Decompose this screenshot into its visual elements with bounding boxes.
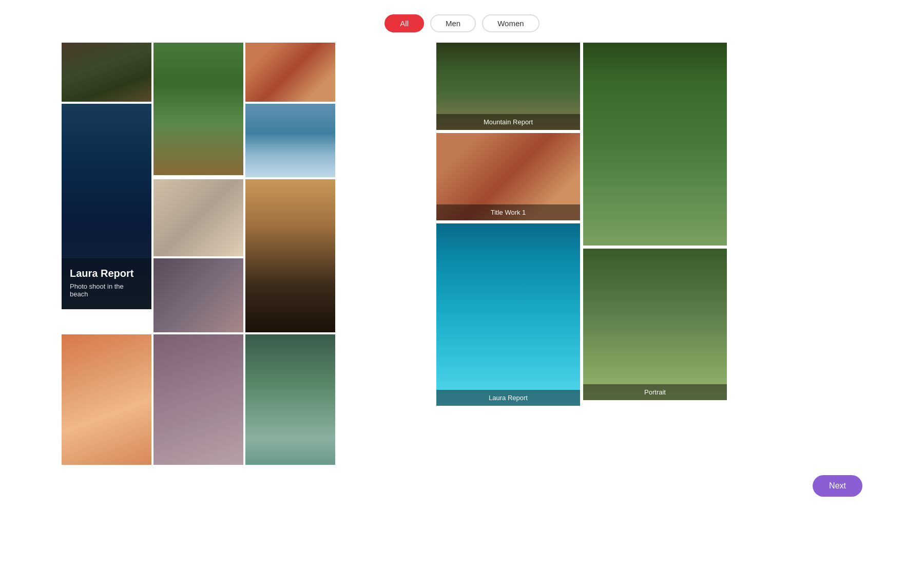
filter-men-button[interactable]: Men: [430, 14, 476, 32]
grid-cell-11[interactable]: [245, 334, 335, 465]
title-work-1-label: Title Work 1: [491, 209, 526, 216]
title-work-1-caption: Title Work 1: [436, 204, 580, 220]
filter-all-button[interactable]: All: [384, 14, 424, 32]
grid-cell-8[interactable]: [153, 258, 243, 332]
laura-report-cell[interactable]: Laura Report Photo shoot in the beach: [62, 104, 151, 309]
laura-report-subtitle: Photo shoot in the beach: [70, 282, 143, 298]
grid-cell-9[interactable]: [62, 334, 151, 465]
mountain-report-caption: Mountain Report: [436, 114, 580, 130]
title-work-1-cell[interactable]: Title Work 1: [436, 133, 580, 220]
laura-report-title: Laura Report: [70, 268, 143, 279]
grid-cell-7[interactable]: [245, 179, 335, 332]
filter-bar: All Men Women: [0, 0, 924, 43]
grid-cell-6[interactable]: [153, 179, 243, 256]
right-grid-col2: Portrait: [583, 43, 727, 406]
portrait-label: Portrait: [644, 388, 666, 396]
grid-cell-10[interactable]: [153, 334, 243, 465]
portrait-caption: Portrait: [583, 384, 727, 400]
left-grid: Laura Report Photo shoot in the beach: [62, 43, 334, 465]
orchard-cell[interactable]: [583, 43, 727, 246]
right-laura-report-cell[interactable]: Laura Report: [436, 223, 580, 406]
grid-cell-1[interactable]: [62, 43, 151, 102]
right-laura-report-caption: Laura Report: [436, 390, 580, 406]
next-button-container: Next: [0, 465, 924, 512]
filter-women-button[interactable]: Women: [482, 14, 539, 32]
right-laura-report-label: Laura Report: [489, 394, 528, 402]
portrait-cell[interactable]: Portrait: [583, 249, 727, 400]
mountain-report-label: Mountain Report: [484, 118, 533, 126]
main-content: Laura Report Photo shoot in the beach: [0, 43, 924, 465]
laura-overlay: Laura Report Photo shoot in the beach: [62, 258, 151, 309]
grid-cell-3[interactable]: [245, 43, 335, 102]
grid-cell-5[interactable]: [245, 104, 335, 177]
right-grid-col1: Mountain Report Title Work 1 Laura Repor…: [436, 43, 580, 406]
next-button[interactable]: Next: [813, 475, 862, 497]
mountain-report-cell[interactable]: Mountain Report: [436, 43, 580, 130]
grid-cell-2[interactable]: [153, 43, 243, 175]
right-grid: Mountain Report Title Work 1 Laura Repor…: [436, 43, 862, 406]
